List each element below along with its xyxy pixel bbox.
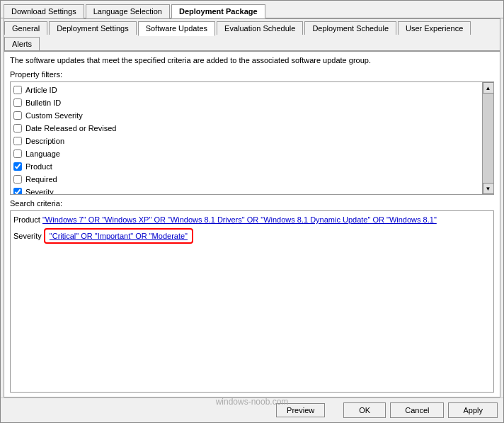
main-content: General Deployment Settings Software Upd… xyxy=(4,18,500,397)
cancel-button[interactable]: Cancel xyxy=(390,402,444,418)
tab-deployment-package[interactable]: Deployment Package xyxy=(171,4,265,18)
filter-label-language: Language xyxy=(25,150,60,158)
top-tab-bar: Download Settings Language Selection Dep… xyxy=(1,1,503,18)
filter-checkbox-required[interactable] xyxy=(13,175,22,184)
ok-button[interactable]: OK xyxy=(343,402,386,418)
filter-item-product[interactable]: Product xyxy=(11,160,482,173)
description-text: The software updates that meet the speci… xyxy=(10,56,494,64)
filter-label-date-released: Date Released or Revised xyxy=(25,124,116,132)
severity-prefix: Severity xyxy=(13,232,44,240)
filter-checkbox-custom-severity[interactable] xyxy=(13,111,22,120)
tab-content-software-updates: The software updates that meet the speci… xyxy=(4,52,500,397)
filter-item-description[interactable]: Description xyxy=(11,135,482,147)
filter-label-required: Required xyxy=(25,175,57,184)
product-criteria-line[interactable]: Product "Windows 7" OR "Windows XP" OR "… xyxy=(13,214,491,225)
filter-checkbox-date-released[interactable] xyxy=(13,124,22,132)
filter-checkbox-severity[interactable] xyxy=(13,188,22,194)
bottom-bar: windows-noob.com Preview OK Cancel Apply xyxy=(1,397,503,422)
apply-button[interactable]: Apply xyxy=(448,402,498,418)
filter-checkbox-bulletin-id[interactable] xyxy=(13,98,22,107)
tab-language-selection[interactable]: Language Selection xyxy=(86,4,170,18)
filter-item-custom-severity[interactable]: Custom Severity xyxy=(11,109,482,122)
dialog: Download Settings Language Selection Dep… xyxy=(0,0,504,423)
filter-label-custom-severity: Custom Severity xyxy=(25,111,83,120)
severity-criteria-line[interactable]: Severity "Critical" OR "Important" OR "M… xyxy=(13,225,491,245)
filter-label-article-id: Article ID xyxy=(25,86,57,94)
preview-button[interactable]: Preview xyxy=(276,403,325,417)
product-prefix: Product xyxy=(13,215,42,224)
search-criteria-label: Search criteria: xyxy=(10,199,494,208)
filter-label-bulletin-id: Bulletin ID xyxy=(25,98,61,107)
filter-checkbox-description[interactable] xyxy=(13,137,22,145)
filter-label-description: Description xyxy=(25,137,64,145)
filter-item-article-id[interactable]: Article ID xyxy=(11,84,482,96)
tab-alerts[interactable]: Alerts xyxy=(4,37,40,50)
filter-checkbox-product[interactable] xyxy=(13,162,22,171)
inner-tab-bar: General Deployment Settings Software Upd… xyxy=(4,19,500,52)
scrollbar[interactable]: ▲ ▼ xyxy=(482,82,493,194)
filter-checkbox-article-id[interactable] xyxy=(13,86,22,94)
tab-deployment-schedule[interactable]: Deployment Schedule xyxy=(304,21,396,35)
product-link[interactable]: "Windows 7" OR "Windows XP" OR "Windows … xyxy=(42,215,437,224)
scroll-track xyxy=(483,94,493,183)
tab-download-settings[interactable]: Download Settings xyxy=(4,4,84,18)
filter-item-bulletin-id[interactable]: Bulletin ID xyxy=(11,96,482,109)
tab-evaluation-schedule[interactable]: Evaluation Schedule xyxy=(217,21,303,35)
severity-link[interactable]: "Critical" OR "Important" OR "Moderate" xyxy=(50,232,188,240)
tab-user-experience[interactable]: User Experience xyxy=(398,21,471,35)
filters-container: Article IDBulletin IDCustom SeverityDate… xyxy=(10,81,494,195)
filter-label-product: Product xyxy=(25,162,52,171)
property-filters-label: Property filters: xyxy=(10,70,494,79)
tab-deployment-settings[interactable]: Deployment Settings xyxy=(49,21,137,35)
filter-label-severity: Severity xyxy=(25,188,54,194)
scroll-up-btn[interactable]: ▲ xyxy=(483,82,494,94)
search-criteria-box: Product "Windows 7" OR "Windows XP" OR "… xyxy=(10,210,494,393)
severity-highlighted[interactable]: "Critical" OR "Important" OR "Moderate" xyxy=(44,228,193,244)
scroll-down-btn[interactable]: ▼ xyxy=(483,183,494,194)
filters-list: Article IDBulletin IDCustom SeverityDate… xyxy=(11,82,482,194)
filter-item-language[interactable]: Language xyxy=(11,147,482,160)
filter-item-date-released[interactable]: Date Released or Revised xyxy=(11,122,482,135)
filter-checkbox-language[interactable] xyxy=(13,150,22,158)
filter-item-severity[interactable]: Severity xyxy=(11,186,482,194)
filter-item-required[interactable]: Required xyxy=(11,173,482,186)
tab-software-updates[interactable]: Software Updates xyxy=(138,21,215,36)
tab-general[interactable]: General xyxy=(4,21,47,35)
